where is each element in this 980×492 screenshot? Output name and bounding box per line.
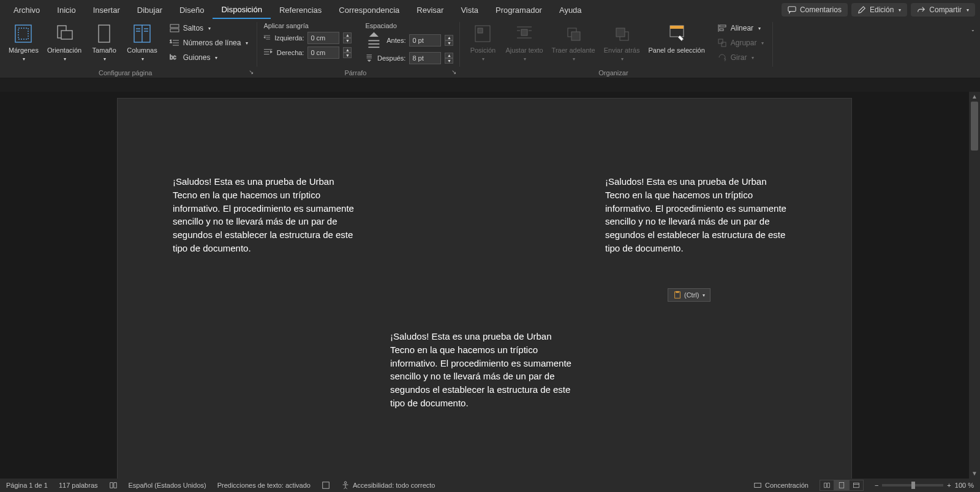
column-1-text[interactable]: ¡Saludos! Esta es una prueba de Urban Te… bbox=[173, 175, 356, 255]
breaks-button[interactable]: Saltos▾ bbox=[167, 22, 251, 34]
spacing-after-spinner[interactable]: ▲▼ bbox=[445, 53, 453, 64]
accessibility-label: Accesibilidad: todo correcto bbox=[353, 482, 435, 489]
svg-rect-33 bbox=[521, 29, 527, 35]
word-count[interactable]: 117 palabras bbox=[59, 482, 98, 489]
svg-rect-51 bbox=[323, 482, 330, 489]
page[interactable]: ¡Saludos! Esta es una prueba de Urban Te… bbox=[117, 98, 852, 479]
indent-left-input[interactable] bbox=[307, 32, 339, 44]
indent-right-spinner[interactable]: ▲▼ bbox=[343, 47, 352, 58]
tab-programador[interactable]: Programador bbox=[487, 2, 551, 18]
group-label-page-setup: Configurar página bbox=[0, 69, 251, 76]
ribbon-tabs: Archivo Inicio Insertar Dibujar Diseño D… bbox=[0, 0, 980, 20]
spacing-after-input[interactable] bbox=[409, 52, 441, 64]
zoom-thumb[interactable] bbox=[911, 482, 915, 489]
page-setup-launcher[interactable]: ↘ bbox=[247, 68, 255, 76]
accessibility-icon bbox=[341, 481, 350, 490]
tab-ayuda[interactable]: Ayuda bbox=[551, 2, 590, 18]
indent-right-input[interactable] bbox=[307, 47, 339, 59]
line-numbers-button[interactable]: 1 Números de línea▾ bbox=[167, 37, 251, 49]
print-layout-button[interactable] bbox=[834, 480, 849, 491]
tab-revisar[interactable]: Revisar bbox=[408, 2, 452, 18]
spacing-before-input[interactable] bbox=[409, 34, 441, 47]
chevron-down-icon: ▾ bbox=[215, 55, 217, 61]
paragraph-launcher[interactable]: ↘ bbox=[450, 68, 458, 76]
orientation-icon bbox=[54, 23, 75, 44]
position-label: Posición bbox=[470, 47, 496, 54]
tab-insertar[interactable]: Insertar bbox=[85, 2, 129, 18]
vertical-scrollbar[interactable]: ▲ ▼ bbox=[969, 92, 980, 479]
tab-vista[interactable]: Vista bbox=[452, 2, 487, 18]
tab-inicio[interactable]: Inicio bbox=[48, 2, 84, 18]
columns-icon bbox=[132, 23, 153, 44]
breaks-icon bbox=[170, 23, 179, 33]
selection-pane-button[interactable]: Panel de selección bbox=[646, 22, 707, 55]
tab-correspondencia[interactable]: Correspondencia bbox=[330, 2, 408, 18]
scroll-thumb[interactable] bbox=[971, 102, 978, 151]
tab-diseno[interactable]: Diseño bbox=[171, 2, 213, 18]
chevron-down-icon: ▾ bbox=[573, 56, 575, 62]
column-3-text[interactable]: ¡Saludos! Esta es una prueba de Urban Te… bbox=[605, 175, 789, 255]
align-button[interactable]: Alinear▾ bbox=[715, 22, 767, 34]
web-layout-button[interactable] bbox=[849, 480, 864, 491]
columns-button[interactable]: Columnas ▾ bbox=[124, 22, 160, 63]
tab-dibujar[interactable]: Dibujar bbox=[129, 2, 171, 18]
zoom-out-button[interactable]: − bbox=[875, 482, 878, 489]
svg-rect-41 bbox=[616, 28, 625, 37]
chevron-down-icon: ▾ bbox=[899, 7, 901, 13]
pane-label: Panel de selección bbox=[648, 47, 704, 54]
size-button[interactable]: Tamaño ▾ bbox=[88, 22, 121, 63]
page-status[interactable]: Página 1 de 1 bbox=[6, 482, 48, 489]
svg-rect-55 bbox=[853, 483, 859, 488]
spacing-before-spinner[interactable]: ▲▼ bbox=[445, 35, 453, 46]
scroll-up-button[interactable]: ▲ bbox=[969, 92, 980, 102]
zoom-slider[interactable] bbox=[882, 484, 943, 486]
tab-disposicion[interactable]: Disposición bbox=[213, 1, 270, 19]
document-area[interactable]: ¡Saludos! Esta es una prueba de Urban Te… bbox=[0, 92, 969, 479]
scroll-track[interactable] bbox=[969, 102, 980, 469]
chevron-down-icon: ▾ bbox=[246, 40, 248, 46]
comment-icon bbox=[788, 6, 796, 14]
zoom-in-button[interactable]: + bbox=[947, 482, 951, 489]
indent-right-label: Derecha: bbox=[277, 49, 304, 56]
align-icon bbox=[717, 23, 727, 33]
svg-rect-12 bbox=[170, 24, 179, 28]
book-icon bbox=[109, 481, 118, 490]
collapse-ribbon-button[interactable]: ⌄ bbox=[965, 22, 980, 67]
orientation-button[interactable]: Orientación ▾ bbox=[45, 22, 84, 63]
indent-left-spinner[interactable]: ▲▼ bbox=[343, 32, 352, 43]
tab-referencias[interactable]: Referencias bbox=[271, 2, 330, 18]
text-predictions-status[interactable]: Predicciones de texto: activado bbox=[217, 482, 311, 489]
tab-archivo[interactable]: Archivo bbox=[5, 2, 48, 18]
focus-mode-button[interactable]: Concentración bbox=[753, 481, 809, 490]
chevron-down-icon: ▾ bbox=[524, 56, 526, 62]
chevron-down-icon: ▾ bbox=[703, 293, 705, 298]
paste-options-button[interactable]: (Ctrl)▾ bbox=[668, 288, 710, 302]
zoom-value[interactable]: 100 % bbox=[955, 482, 974, 489]
accessibility-status[interactable]: Accesibilidad: todo correcto bbox=[341, 481, 435, 490]
scroll-down-button[interactable]: ▼ bbox=[969, 469, 980, 479]
spellcheck-status[interactable] bbox=[109, 481, 118, 490]
svg-rect-45 bbox=[720, 25, 726, 27]
hyphenation-button[interactable]: bc Guiones▾ bbox=[167, 51, 251, 64]
editing-mode-button[interactable]: Edición▾ bbox=[851, 3, 907, 17]
column-2-text[interactable]: ¡Saludos! Esta es una prueba de Urban Te… bbox=[390, 330, 574, 410]
clipboard-icon bbox=[673, 291, 682, 299]
macro-status[interactable] bbox=[322, 481, 330, 490]
comments-button[interactable]: Comentarios bbox=[782, 3, 848, 17]
align-label: Alinear bbox=[731, 24, 753, 32]
svg-point-52 bbox=[344, 482, 347, 484]
svg-text:bc: bc bbox=[170, 54, 176, 61]
spacing-before-label: Antes: bbox=[386, 37, 405, 44]
rotate-button: Girar▾ bbox=[715, 51, 767, 64]
svg-rect-5 bbox=[99, 25, 110, 42]
language-status[interactable]: Español (Estados Unidos) bbox=[129, 482, 206, 489]
chevron-down-icon: ▾ bbox=[761, 40, 764, 46]
share-button[interactable]: Compartir▾ bbox=[911, 3, 975, 17]
margins-button[interactable]: Márgenes ▾ bbox=[6, 22, 41, 63]
read-mode-button[interactable] bbox=[820, 480, 834, 491]
ribbon: Márgenes ▾ Orientación ▾ Tamaño ▾ Column… bbox=[0, 20, 980, 78]
pencil-icon bbox=[858, 6, 866, 14]
margins-icon bbox=[13, 23, 34, 44]
svg-rect-43 bbox=[670, 26, 684, 29]
wrap-text-button: Ajustar texto ▾ bbox=[503, 22, 545, 63]
